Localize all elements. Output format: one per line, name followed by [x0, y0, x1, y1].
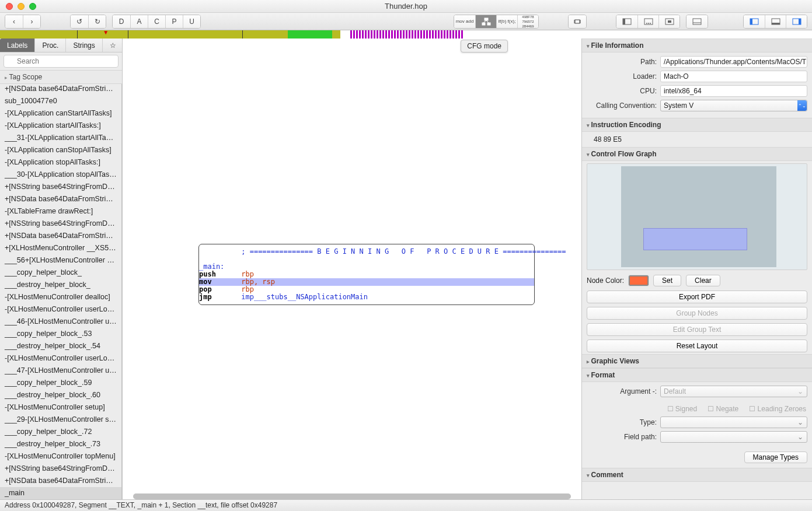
section-comment[interactable]: Comment	[582, 468, 812, 482]
list-item[interactable]: -[XLApplication canStopAllTasks]	[0, 144, 121, 156]
tab-strings[interactable]: Strings	[66, 38, 102, 52]
panel-layout-4-button[interactable]	[686, 15, 708, 28]
toggle-right-panel-button[interactable]	[786, 15, 807, 28]
list-item[interactable]: sub_1000477e0	[0, 95, 121, 107]
list-item[interactable]: +[NSData base64DataFromString:]	[0, 84, 121, 95]
cpu-field[interactable]: intel/x86_64	[660, 85, 807, 97]
mode-d-button[interactable]: D	[113, 15, 130, 28]
svg-rect-25	[772, 23, 780, 24]
node-color-label: Node Color:	[587, 276, 624, 285]
section-instruction-encoding[interactable]: Instruction Encoding	[582, 118, 812, 132]
list-item[interactable]: _main	[0, 487, 121, 499]
navigation-strip[interactable]: ▼	[0, 30, 812, 38]
clear-button[interactable]: Clear	[686, 275, 720, 286]
list-item[interactable]: ___29-[XLHostMenuController set…	[0, 414, 121, 426]
list-item[interactable]: -[XLApplication stopAllTasks:]	[0, 156, 121, 169]
export-pdf-button[interactable]: Export PDF	[587, 290, 807, 303]
nav-back-button[interactable]: ‹	[5, 15, 23, 28]
list-item[interactable]: +[XLHostMenuController __XS5H…	[0, 242, 121, 254]
reload-cw-button[interactable]: ↻	[88, 15, 106, 28]
reload-ccw-button[interactable]: ↺	[71, 15, 88, 28]
list-item[interactable]: -[XLHostMenuController userLogi…	[0, 303, 121, 316]
mode-asm-button[interactable]: mov add	[454, 15, 475, 28]
set-button[interactable]: Set	[653, 275, 681, 286]
path-field[interactable]: /Applications/Thunder.app/Contents/MacOS…	[660, 56, 807, 68]
list-item[interactable]: ___56+[XLHostMenuController __…	[0, 254, 121, 267]
argument-label: Argument -:	[587, 387, 657, 396]
list-item[interactable]: ___destroy_helper_block_.73	[0, 438, 121, 450]
toggle-bottom-panel-button[interactable]	[765, 15, 786, 28]
tag-scope-header[interactable]: Tag Scope	[0, 70, 122, 84]
cpu-label: CPU:	[587, 87, 657, 95]
svg-line-3	[483, 20, 486, 23]
list-item[interactable]: -[XLHostMenuController topMenu]	[0, 450, 121, 463]
list-item[interactable]: +[NSString base64StringFromDat…	[0, 181, 121, 193]
svg-point-15	[646, 23, 647, 24]
mode-a-button[interactable]: A	[130, 15, 148, 28]
list-item[interactable]: ___31-[XLApplication startAllTask…	[0, 132, 121, 144]
negate-checkbox: Negate	[708, 405, 738, 413]
list-item[interactable]: -[XLTableFrame drawRect:]	[0, 205, 121, 218]
svg-rect-2	[487, 23, 490, 25]
section-format[interactable]: Format	[582, 368, 812, 382]
reset-layout-button[interactable]: Reset Layout	[587, 340, 807, 352]
labels-list[interactable]: -[XLTorrentTask .cxx_destruct]+[NSString…	[0, 84, 122, 499]
mode-pseudo-button[interactable]: if(b) f(x);	[496, 15, 517, 28]
list-item[interactable]: ___copy_helper_block_	[0, 267, 121, 279]
svg-rect-23	[750, 19, 752, 24]
toggle-left-panel-button[interactable]	[744, 15, 765, 28]
tab-favorites[interactable]: ☆	[103, 38, 124, 52]
list-item[interactable]: -[XLApplication startAllTasks:]	[0, 120, 121, 132]
field-path-select[interactable]: ⌄	[660, 431, 807, 443]
svg-rect-19	[668, 20, 671, 23]
mode-hex-button[interactable]: 498F78 796572 284469	[517, 15, 538, 28]
section-file-info[interactable]: File Information	[582, 38, 812, 52]
list-item[interactable]: -[XLApplication canStartAllTasks]	[0, 107, 121, 120]
mode-u-button[interactable]: U	[183, 15, 200, 28]
section-graphic-views[interactable]: Graphic Views	[582, 354, 812, 368]
comment-field[interactable]	[587, 485, 807, 496]
search-input[interactable]	[4, 55, 119, 68]
list-item[interactable]: +[NSData base64DataFromString:]	[0, 475, 121, 487]
list-item[interactable]: ___destroy_helper_block_	[0, 279, 121, 291]
tab-proc[interactable]: Proc.	[35, 38, 66, 52]
list-item[interactable]: ___46-[XLHostMenuController us…	[0, 316, 121, 328]
nav-forward-button[interactable]: ›	[23, 15, 40, 28]
list-item[interactable]: ___destroy_helper_block_.54	[0, 340, 121, 352]
node-color-swatch[interactable]	[629, 275, 649, 286]
panel-layout-3-button[interactable]	[658, 15, 679, 28]
svg-rect-27	[799, 19, 801, 24]
center-view[interactable]: CFG mode ; =============== B E G I N N I…	[123, 38, 581, 499]
loader-field[interactable]: Mach-O	[660, 71, 807, 82]
list-item[interactable]: +[NSString base64StringFromDat…	[0, 218, 121, 230]
mode-p-button[interactable]: P	[165, 15, 183, 28]
list-item[interactable]: ___30-[XLApplication stopAllTask…	[0, 169, 121, 181]
list-item[interactable]: -[XLHostMenuController setup]	[0, 401, 121, 414]
list-item[interactable]: +[NSData base64DataFromString:]	[0, 230, 121, 242]
titlebar: Thunder.hop	[0, 0, 812, 13]
list-item[interactable]: ___destroy_helper_block_.60	[0, 389, 121, 401]
list-item[interactable]: ___copy_helper_block_.59	[0, 377, 121, 389]
cfg-node[interactable]: ; =============== B E G I N N I N G O F …	[198, 244, 535, 305]
list-item[interactable]: ___47-[XLHostMenuController us…	[0, 365, 121, 377]
list-item[interactable]: -[XLHostMenuController dealloc]	[0, 291, 121, 303]
cfg-minimap[interactable]	[587, 163, 807, 270]
section-cfg[interactable]: Control Flow Graph	[582, 147, 812, 161]
tab-labels[interactable]: Labels	[0, 38, 35, 52]
type-select[interactable]: ⌄	[660, 416, 807, 428]
list-item[interactable]: ___copy_helper_block_.53	[0, 328, 121, 340]
cc-select[interactable]: System V⌃⌄	[660, 100, 807, 111]
field-path-label: Field path:	[587, 433, 657, 441]
horizontal-scrollbar[interactable]	[133, 494, 571, 499]
list-item[interactable]: -[XLHostMenuController userLog…	[0, 352, 121, 365]
list-item[interactable]: ___copy_helper_block_.72	[0, 426, 121, 438]
mode-c-button[interactable]: C	[148, 15, 165, 28]
list-item[interactable]: +[NSString base64StringFromDat…	[0, 463, 121, 475]
panel-layout-1-button[interactable]	[616, 15, 637, 28]
instruction-encoding-value: 48 89 E5	[582, 132, 812, 147]
debugger-button[interactable]	[569, 15, 586, 28]
list-item[interactable]: +[NSData base64DataFromString:]	[0, 193, 121, 205]
manage-types-button[interactable]: Manage Types	[744, 452, 808, 463]
panel-layout-2-button[interactable]	[637, 15, 658, 28]
mode-cfg-button[interactable]	[475, 15, 496, 28]
